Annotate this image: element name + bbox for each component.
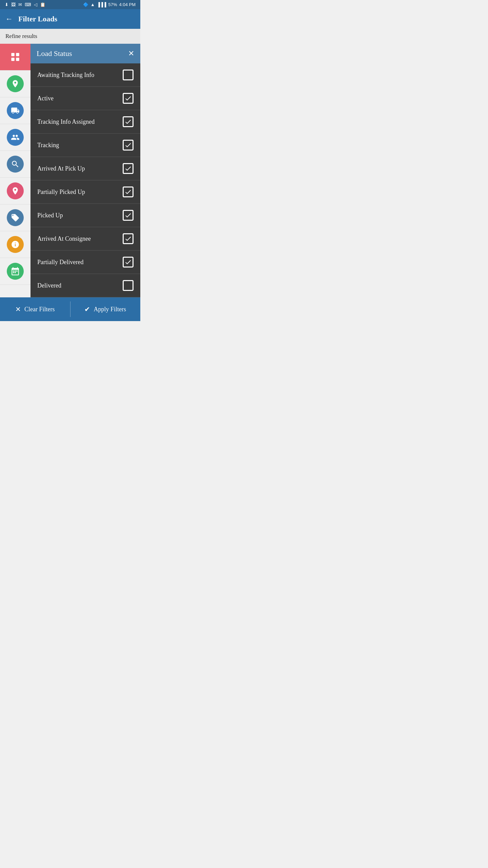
filter-checkbox[interactable] <box>123 116 134 127</box>
truck-icon <box>7 102 24 119</box>
header: ← Filter Loads <box>0 9 140 29</box>
sidebar-item-calendar[interactable] <box>0 258 30 285</box>
category-header: Load Status ✕ <box>30 44 140 63</box>
category-close-button[interactable]: ✕ <box>128 49 134 58</box>
filter-checkbox[interactable] <box>123 163 134 174</box>
battery-label: 57% <box>108 2 117 7</box>
apply-label: Apply Filters <box>94 306 126 313</box>
sidebar-item-truck[interactable] <box>0 97 30 124</box>
calendar-icon <box>7 263 24 280</box>
filter-item[interactable]: Active <box>30 87 140 110</box>
tag-icon <box>7 209 24 226</box>
clear-icon: ✕ <box>15 305 21 313</box>
clear-label: Clear Filters <box>24 306 55 313</box>
clear-filters-button[interactable]: ✕ Clear Filters <box>0 297 70 321</box>
filter-checkbox[interactable] <box>123 93 134 104</box>
filter-item[interactable]: Arrived At Consignee <box>30 227 140 251</box>
status-icon-2: 🖼 <box>11 2 16 7</box>
back-button[interactable]: ← <box>5 15 13 23</box>
svg-rect-1 <box>16 53 19 56</box>
filter-item-label: Active <box>37 95 54 102</box>
location-icon <box>7 75 24 92</box>
filter-checkbox[interactable] <box>123 70 134 80</box>
filter-item[interactable]: Awaiting Tracking Info <box>30 63 140 87</box>
filter-item[interactable]: Partially Delivered <box>30 251 140 274</box>
status-bar-left: ⬇ 🖼 ✉ ⌨ ◁ 📋 <box>5 2 45 7</box>
apply-filters-button[interactable]: ✔ Apply Filters <box>70 297 141 321</box>
filter-item-label: Partially Delivered <box>37 259 83 266</box>
filter-checkbox[interactable] <box>123 186 134 197</box>
filter-item[interactable]: Partially Picked Up <box>30 180 140 204</box>
filter-checkbox[interactable] <box>123 140 134 151</box>
svg-rect-0 <box>11 53 14 56</box>
filter-item-label: Tracking <box>37 142 59 149</box>
filter-item-label: Delivered <box>37 282 61 289</box>
status-icon-5: ◁ <box>34 2 37 7</box>
status-bar-right: 🔷 ▲ ▐▐▐ 57% 4:04 PM <box>83 2 136 7</box>
status-icon-4: ⌨ <box>25 2 31 7</box>
filter-checkbox[interactable] <box>123 280 134 291</box>
svg-rect-4 <box>13 271 14 272</box>
wifi-icon: ▲ <box>90 2 95 7</box>
svg-rect-5 <box>15 271 16 272</box>
status-bar: ⬇ 🖼 ✉ ⌨ ◁ 📋 🔷 ▲ ▐▐▐ 57% 4:04 PM <box>0 0 140 9</box>
subheader: Refine results <box>0 29 140 44</box>
bottom-bar: ✕ Clear Filters ✔ Apply Filters <box>0 297 140 321</box>
refine-label: Refine results <box>5 33 37 39</box>
category-label: Load Status <box>37 49 72 58</box>
filter-item[interactable]: Picked Up <box>30 204 140 227</box>
filter-checkbox[interactable] <box>123 257 134 268</box>
signal-icon: ▐▐▐ <box>97 2 106 7</box>
filter-item[interactable]: Tracking Info Assigned <box>30 110 140 134</box>
sidebar-item-load-status[interactable] <box>0 44 30 71</box>
sidebar-item-location[interactable] <box>0 71 30 97</box>
load-status-icon <box>7 48 24 65</box>
svg-rect-2 <box>11 58 14 61</box>
apply-icon: ✔ <box>84 305 90 313</box>
bluetooth-icon: 🔷 <box>83 2 88 7</box>
filter-item-label: Picked Up <box>37 212 63 219</box>
filter-item[interactable]: Tracking <box>30 134 140 157</box>
main-layout: Load Status ✕ Awaiting Tracking InfoActi… <box>0 44 140 297</box>
svg-rect-8 <box>15 272 16 273</box>
time-label: 4:04 PM <box>119 2 136 7</box>
sidebar-item-tag[interactable] <box>0 204 30 231</box>
filter-item-label: Tracking Info Assigned <box>37 118 95 125</box>
filter-item[interactable]: Arrived At Pick Up <box>30 157 140 180</box>
filter-item-label: Awaiting Tracking Info <box>37 72 94 79</box>
filter-item-label: Arrived At Consignee <box>37 235 91 242</box>
page-title: Filter Loads <box>18 15 57 23</box>
svg-rect-7 <box>13 272 14 273</box>
filter-item-label: Partially Picked Up <box>37 189 85 196</box>
status-icon-1: ⬇ <box>5 2 8 7</box>
sidebar <box>0 44 30 297</box>
filter-checkbox[interactable] <box>123 233 134 244</box>
sidebar-item-pin-red[interactable] <box>0 178 30 204</box>
filter-list: Awaiting Tracking InfoActiveTracking Inf… <box>30 63 140 297</box>
sidebar-item-search[interactable] <box>0 151 30 178</box>
sidebar-item-info[interactable] <box>0 231 30 258</box>
content-area: Load Status ✕ Awaiting Tracking InfoActi… <box>30 44 140 297</box>
svg-rect-6 <box>16 271 17 272</box>
filter-item-label: Arrived At Pick Up <box>37 165 85 172</box>
status-icon-6: 📋 <box>40 2 45 7</box>
svg-rect-3 <box>16 58 19 61</box>
team-icon <box>7 129 24 146</box>
pin-red-icon <box>7 182 24 199</box>
filter-checkbox[interactable] <box>123 210 134 221</box>
filter-item[interactable]: Delivered <box>30 274 140 297</box>
status-icon-3: ✉ <box>18 2 22 7</box>
info-icon <box>7 236 24 253</box>
sidebar-item-team[interactable] <box>0 124 30 151</box>
search-icon <box>7 156 24 173</box>
